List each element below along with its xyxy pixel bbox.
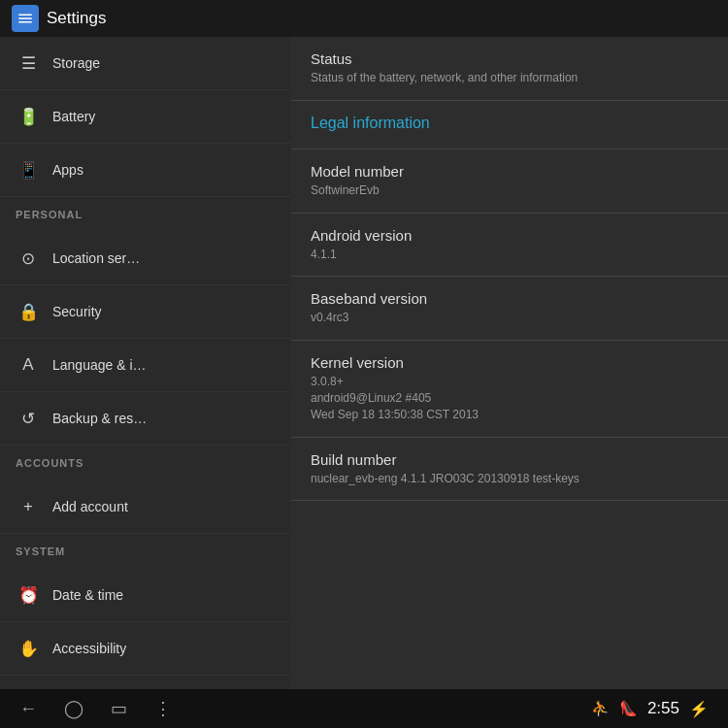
sync-icon: 👠: [619, 700, 638, 717]
content-item-status[interactable]: StatusStatus of the battery, network, an…: [291, 37, 728, 101]
content-item-build[interactable]: Build numbernuclear_evb-eng 4.1.1 JRO03C…: [291, 438, 728, 502]
app-title: Settings: [47, 9, 106, 28]
sidebar-label-battery: Battery: [52, 109, 95, 124]
sidebar-label-datetime: Date & time: [52, 587, 123, 603]
sidebar-item-battery[interactable]: 🔋Battery: [0, 90, 291, 144]
usb-icon: ⛹: [591, 700, 610, 717]
sidebar-item-apps[interactable]: 📱Apps: [0, 144, 291, 197]
sidebar-item-addaccount[interactable]: +Add account: [0, 480, 291, 534]
sidebar-item-security[interactable]: 🔒Security: [0, 285, 291, 339]
recents-button[interactable]: ▭: [111, 698, 127, 719]
sidebar-item-language[interactable]: ALanguage & i…: [0, 339, 291, 392]
accessibility-icon: ✋: [16, 636, 41, 661]
bottom-bar: ← ◯ ▭ ⋮ ⛹ 👠 2:55 ⚡: [0, 689, 728, 728]
app-icon-area: Settings: [12, 5, 106, 32]
sidebar-label-addaccount: Add account: [52, 499, 128, 514]
content-item-model[interactable]: Model numberSoftwinerEvb: [291, 149, 728, 214]
sidebar-item-location[interactable]: ⊙Location ser…: [0, 232, 291, 285]
sidebar-item-datetime[interactable]: ⏰Date & time: [0, 569, 291, 622]
sidebar-item-developer[interactable]: {}Developer op…: [0, 676, 291, 689]
sidebar-label-language: Language & i…: [52, 357, 147, 373]
backup-icon: ↺: [16, 406, 41, 431]
content-sub-android: 4.1.1: [311, 247, 709, 263]
content-title-status: Status: [311, 50, 709, 67]
main-layout: ☰Storage🔋Battery📱AppsPERSONAL⊙Location s…: [0, 37, 728, 689]
content-panel: StatusStatus of the battery, network, an…: [291, 37, 728, 689]
bottom-nav: ← ◯ ▭ ⋮: [19, 698, 172, 719]
content-title-baseband: Baseband version: [311, 290, 709, 307]
storage-icon: ☰: [16, 50, 41, 76]
content-title-android: Android version: [311, 227, 709, 244]
section-header-system-header: SYSTEM: [0, 534, 291, 569]
datetime-icon: ⏰: [16, 582, 41, 608]
home-button[interactable]: ◯: [64, 698, 83, 719]
content-item-kernel[interactable]: Kernel version3.0.8+ android9@Linux2 #40…: [291, 341, 728, 437]
apps-icon: 📱: [16, 157, 41, 182]
sidebar-item-backup[interactable]: ↺Backup & res…: [0, 392, 291, 446]
content-sub-build: nuclear_evb-eng 4.1.1 JRO03C 20130918 te…: [311, 471, 709, 487]
location-icon: ⊙: [16, 246, 41, 271]
content-title-legal: Legal information: [311, 115, 709, 132]
content-sub-status: Status of the battery, network, and othe…: [311, 70, 709, 86]
top-bar: Settings: [0, 0, 728, 37]
sidebar-item-storage[interactable]: ☰Storage: [0, 37, 291, 90]
content-sub-baseband: v0.4rc3: [311, 310, 709, 326]
sidebar: ☰Storage🔋Battery📱AppsPERSONAL⊙Location s…: [0, 37, 291, 689]
sidebar-label-security: Security: [52, 304, 102, 319]
sidebar-label-storage: Storage: [52, 55, 100, 71]
content-title-kernel: Kernel version: [311, 354, 709, 371]
content-title-model: Model number: [311, 163, 709, 180]
sidebar-label-accessibility: Accessibility: [52, 641, 126, 656]
settings-icon-box: [12, 5, 39, 32]
sidebar-label-apps: Apps: [52, 162, 83, 178]
clock: 2:55: [647, 699, 679, 718]
battery-icon: 🔋: [16, 104, 41, 129]
menu-button[interactable]: ⋮: [154, 698, 172, 719]
sidebar-label-backup: Backup & res…: [52, 411, 147, 426]
sidebar-label-location: Location ser…: [52, 250, 140, 266]
content-item-legal[interactable]: Legal information: [291, 101, 728, 149]
language-icon: A: [16, 352, 41, 378]
content-item-baseband[interactable]: Baseband versionv0.4rc3: [291, 277, 728, 341]
battery-icon: ⚡: [689, 700, 709, 718]
content-sub-kernel: 3.0.8+ android9@Linux2 #405 Wed Sep 18 1…: [311, 374, 709, 422]
security-icon: 🔒: [16, 299, 41, 324]
bottom-status: ⛹ 👠 2:55 ⚡: [591, 699, 709, 718]
back-button[interactable]: ←: [19, 699, 37, 719]
addaccount-icon: +: [16, 494, 41, 519]
content-sub-model: SoftwinerEvb: [311, 182, 709, 199]
content-title-build: Build number: [311, 451, 709, 468]
settings-icon: [17, 10, 34, 27]
section-header-accounts-header: ACCOUNTS: [0, 446, 291, 480]
section-header-personal-header: PERSONAL: [0, 197, 291, 232]
sidebar-item-accessibility[interactable]: ✋Accessibility: [0, 622, 291, 676]
content-item-android[interactable]: Android version4.1.1: [291, 214, 728, 278]
